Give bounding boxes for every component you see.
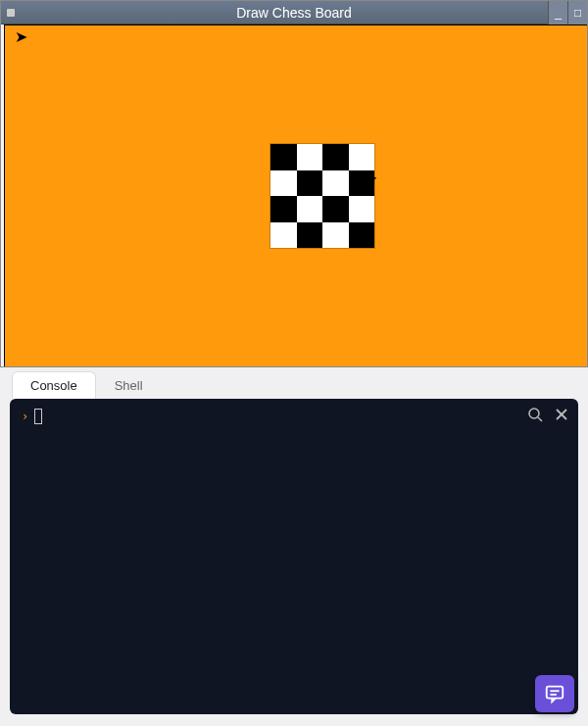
console-prompt: ›	[22, 409, 42, 424]
board-square	[322, 222, 349, 249]
tab-label: Console	[30, 378, 77, 393]
board-square	[270, 196, 297, 222]
prompt-icon: ›	[22, 410, 28, 423]
tab-bar: Console Shell	[0, 367, 588, 399]
lower-pane: Console Shell ›	[0, 367, 588, 726]
board-square	[297, 144, 323, 170]
board-square	[322, 196, 349, 222]
board-square	[297, 170, 323, 197]
tab-shell[interactable]: Shell	[96, 371, 162, 399]
board-square	[349, 196, 375, 222]
chat-button[interactable]	[535, 675, 574, 712]
console-panel[interactable]: ›	[10, 399, 578, 714]
svg-line-1	[538, 417, 542, 421]
window-title: Draw Chess Board	[236, 5, 352, 21]
board-square	[297, 196, 323, 222]
svg-rect-4	[547, 687, 564, 699]
svg-point-0	[529, 409, 539, 418]
titlebar[interactable]: Draw Chess Board _ □	[1, 1, 587, 24]
window-icon	[7, 9, 15, 17]
titlebar-buttons: _ □	[548, 1, 587, 24]
board-square	[270, 144, 297, 170]
tab-label: Shell	[115, 378, 143, 393]
search-icon[interactable]	[527, 407, 543, 422]
mouse-cursor-icon: ➤	[15, 29, 27, 45]
close-icon[interactable]	[555, 408, 568, 421]
board-square	[297, 222, 323, 249]
console-cursor	[34, 409, 42, 424]
board-square	[270, 222, 297, 249]
board-square	[349, 144, 375, 170]
board-square	[270, 170, 297, 197]
turtle-canvas[interactable]: ➤ ▸	[4, 24, 587, 366]
board-square	[349, 222, 375, 249]
app-window: Draw Chess Board _ □ ➤ ▸	[0, 0, 588, 367]
chat-icon	[544, 683, 565, 704]
console-toolbar	[527, 407, 568, 422]
minimize-button[interactable]: _	[548, 1, 567, 24]
maximize-button[interactable]: □	[567, 1, 587, 24]
board-square	[322, 170, 349, 197]
chess-board	[270, 143, 375, 249]
tab-console[interactable]: Console	[12, 371, 96, 399]
board-square	[322, 144, 349, 170]
